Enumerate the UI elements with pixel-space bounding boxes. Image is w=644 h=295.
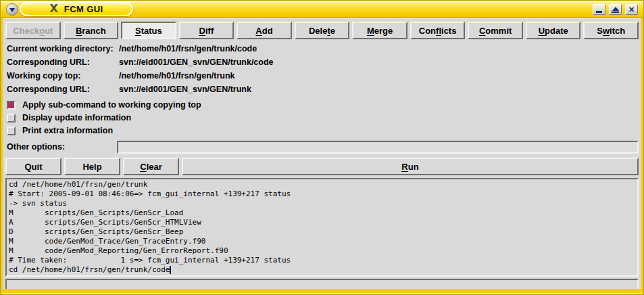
console-output[interactable]: cd /net/home/h01/frsn/gen/trunk # Start:…	[5, 178, 639, 277]
titlebar[interactable]: X FCM GUI ✕	[1, 1, 643, 18]
fcm-gui-window: X FCM GUI ✕ Checkout Branch Status Diff …	[0, 0, 644, 295]
run-button[interactable]: Run	[182, 158, 639, 175]
status-bar	[5, 279, 639, 289]
toolbar-button-conflicts[interactable]: Conflicts	[410, 22, 466, 39]
label-pre: Con	[419, 26, 436, 36]
current-working-directory-value: /net/home/h01/frsn/gen/trunk/code	[119, 42, 639, 55]
console-line-text: M code/GenMod_Reporting/Gen_ErrorReport.…	[9, 246, 228, 255]
title-tab[interactable]: X FCM GUI	[20, 1, 133, 16]
console-line-text: D scripts/Gen_Scripts/GenScr_Beep	[9, 227, 183, 236]
checkbox-display-update-info[interactable]: Display update information	[7, 112, 639, 124]
label-accel: C	[140, 162, 146, 172]
toolbar-button-checkout[interactable]: Checkout	[5, 22, 61, 39]
toolbar-button-delete[interactable]: Delete	[295, 22, 350, 39]
console-line: A scripts/Gen_Scripts/GenScr_HTMLView	[9, 218, 637, 227]
minimize-button[interactable]	[593, 4, 605, 15]
x11-logo-icon: X	[49, 3, 57, 14]
info-label: Corresponding URL:	[7, 55, 119, 69]
clear-button[interactable]: Clear	[123, 158, 179, 175]
toolbar-button-commit[interactable]: Commit	[468, 22, 523, 39]
help-button[interactable]: Help	[64, 158, 120, 175]
label-pre: Dele	[309, 26, 327, 36]
label-post: tatus	[141, 26, 162, 36]
label-accel: fl	[436, 26, 441, 36]
other-options-row: Other options:	[7, 140, 639, 154]
checkbox-indicator[interactable]	[7, 114, 16, 122]
label-accel: A	[255, 26, 262, 36]
checkbox-indicator[interactable]	[7, 127, 16, 135]
label-post: ut	[45, 26, 53, 36]
toolbar-button-diff[interactable]: Diff	[179, 22, 234, 39]
label-pre: Quit	[25, 162, 43, 172]
console-line-text: A scripts/Gen_Scripts/GenScr_HTMLView	[9, 218, 201, 227]
label-accel: S	[135, 26, 141, 36]
other-options-input[interactable]	[117, 141, 639, 154]
maximize-icon	[612, 12, 619, 13]
label-post: dd	[262, 26, 273, 36]
close-button[interactable]: ✕	[625, 4, 638, 15]
triangle-down-icon	[9, 8, 15, 15]
label-post: pdate	[545, 26, 568, 36]
label-accel: M	[367, 26, 374, 36]
checkbox-apply-subcommand[interactable]: Apply sub-command to working copying top	[7, 99, 639, 111]
label-post: un	[408, 162, 419, 172]
toolbar-button-add[interactable]: Add	[237, 22, 292, 39]
label-pre: Check	[13, 26, 39, 36]
label-accel: B	[76, 26, 82, 36]
console-line-text: M scripts/Gen_Scripts/GenScr_Load	[9, 208, 183, 217]
quit-button[interactable]: Quit	[5, 158, 61, 175]
checkbox-label: Print extra information	[22, 126, 113, 135]
label-accel: w	[603, 26, 610, 36]
label-accel: C	[479, 26, 485, 36]
action-buttons: Quit Help Clear Run	[5, 158, 639, 175]
checkbox-print-extra-info[interactable]: Print extra information	[7, 124, 639, 137]
label-post: ranch	[82, 26, 105, 36]
corresponding-url-value: svn://eld001/GEN_svn/GEN/trunk/code	[119, 55, 639, 69]
label-accel: D	[199, 26, 205, 36]
console-line: # Time taken: 1 s=> fcm_gui_internal +13…	[9, 256, 637, 265]
checkbox-label: Display update information	[22, 113, 131, 122]
toolbar-button-merge[interactable]: Merge	[352, 22, 407, 39]
console-line: cd /net/home/h01/frsn/gen/trunk/code	[9, 265, 637, 275]
checkbox-label: Apply sub-command to working copying top	[22, 100, 201, 110]
label-pre: S	[597, 26, 603, 36]
other-options-label: Other options:	[7, 142, 117, 152]
minimize-icon	[596, 11, 602, 13]
label-post: erge	[374, 26, 393, 36]
checkbox-indicator-checked[interactable]	[7, 101, 16, 110]
label-post: icts	[441, 26, 456, 36]
info-label: Current working directory:	[7, 42, 119, 55]
corresponding-url-top-value: svn://eld001/GEN_svn/GEN/trunk	[119, 83, 639, 96]
label-post: ommit	[485, 26, 512, 36]
console-line: M code/GenMod_Trace/Gen_TraceEntry.f90	[9, 237, 637, 246]
console-line-text: -> svn status	[9, 199, 67, 208]
toolbar-button-update[interactable]: Update	[526, 22, 581, 39]
console-line: M scripts/Gen_Scripts/GenScr_Load	[9, 208, 637, 218]
maximize-button[interactable]	[609, 4, 622, 15]
label-accel: R	[401, 162, 407, 172]
toolbar-button-switch[interactable]: Switch	[583, 22, 639, 39]
console-line: # Start: 2005-09-01 08:46:06=> fcm_gui_i…	[9, 189, 637, 199]
console-line-text: # Start: 2005-09-01 08:46:06=> fcm_gui_i…	[9, 189, 291, 198]
console-line: M code/GenMod_Reporting/Gen_ErrorReport.…	[9, 246, 637, 256]
working-copy-top-value: /net/home/h01/frsn/gen/trunk	[119, 69, 639, 83]
console-line-text: M code/GenMod_Trace/Gen_TraceEntry.f90	[9, 237, 205, 246]
console-line-text: # Time taken: 1 s=> fcm_gui_internal +13…	[9, 256, 291, 265]
toolbar-button-status[interactable]: Status	[121, 22, 176, 39]
console-line-text: cd /net/home/h01/frsn/gen/trunk/code	[9, 265, 170, 274]
label-post: iff	[205, 26, 214, 36]
label-post: lear	[147, 162, 162, 172]
label-post: e	[330, 26, 335, 36]
info-label: Working copy top:	[7, 69, 119, 83]
console-line: D scripts/Gen_Scripts/GenScr_Beep	[9, 227, 637, 237]
toolbar-button-branch[interactable]: Branch	[64, 22, 119, 39]
working-copy-info: Current working directory: /net/home/h01…	[7, 42, 639, 96]
console-line: -> svn status	[9, 199, 637, 208]
window-title: FCM GUI	[64, 4, 103, 14]
window-menu-button[interactable]	[6, 3, 18, 16]
toolbar: Checkout Branch Status Diff Add Delete M…	[5, 22, 639, 39]
client-area: Checkout Branch Status Diff Add Delete M…	[3, 18, 641, 289]
triangle-up-icon	[612, 7, 619, 11]
console-line: cd /net/home/h01/frsn/gen/trunk	[9, 180, 637, 189]
label-accel: o	[39, 26, 45, 36]
